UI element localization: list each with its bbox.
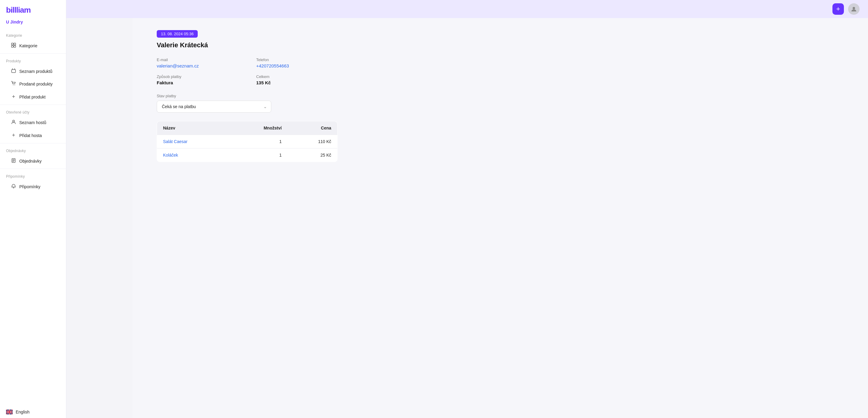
col-header-quantity: Množství [229, 121, 288, 135]
row-price-0: 110 Kč [288, 135, 338, 149]
uk-flag-icon [6, 410, 13, 414]
divider-4 [0, 169, 66, 169]
payment-status-section: Stav platby Čeká se na platbu Zaplaceno … [157, 94, 271, 112]
sidebar-item-seznam-hostu[interactable]: Seznam hostů [2, 117, 64, 129]
grid-icon [11, 43, 16, 49]
sidebar-item-label-pridat-hosta: Přidat hosta [19, 133, 42, 138]
email-field: E-mail valerian@seznam.cz [157, 58, 238, 68]
sidebar-item-pridat-hosta[interactable]: + Přidat hosta [2, 129, 64, 141]
sidebar-item-label-objednavky: Objednávky [19, 159, 41, 163]
shop-name: U Jindry [0, 19, 66, 29]
total-value: 135 Kč [256, 80, 338, 85]
total-label: Celkem [256, 74, 338, 79]
payment-method-value: Faktura [157, 80, 238, 85]
main-content: 13. 08. 2024 05:36 Valerie Krátecká E-ma… [133, 18, 868, 418]
svg-point-5 [13, 85, 13, 85]
svg-rect-1 [14, 43, 16, 45]
sidebar-item-label-prodane-produkty: Prodané produkty [19, 82, 53, 87]
email-value[interactable]: valerian@seznam.cz [157, 63, 238, 68]
language-label: English [16, 410, 30, 414]
divider-2 [0, 104, 66, 105]
doc-icon [11, 158, 16, 164]
row-quantity-0: 1 [229, 135, 288, 149]
sidebar-item-seznam-produktu[interactable]: Seznam produktů [2, 65, 64, 77]
order-info-grid: E-mail valerian@seznam.cz Telefon +42072… [157, 58, 338, 85]
topbar: + [66, 0, 868, 18]
cart-icon [11, 81, 16, 87]
section-label-produkty: Produkty [0, 55, 66, 65]
total-field: Celkem 135 Kč [256, 74, 338, 85]
user-avatar[interactable] [848, 3, 860, 15]
payment-status-label: Stav platby [157, 94, 271, 98]
sidebar-item-pridat-produkt[interactable]: + Přidat produkt [2, 91, 64, 103]
col-header-price: Cena [288, 121, 338, 135]
svg-point-6 [14, 85, 15, 85]
table-header-row: Název Množství Cena [157, 121, 338, 135]
divider [0, 53, 66, 54]
table-row: Koláček 1 25 Kč [157, 149, 338, 162]
sidebar-logo: billliam [0, 0, 66, 19]
section-label-objednavky: Objednávky [0, 144, 66, 155]
svg-rect-2 [11, 45, 13, 47]
svg-rect-3 [14, 45, 16, 47]
col-header-name: Název [157, 121, 229, 135]
section-label-pripominky: Připomínky [0, 170, 66, 181]
table-row: Salát Caesar 1 110 Kč [157, 135, 338, 149]
sidebar-item-label-pridat-produkt: Přidat produkt [19, 95, 45, 99]
svg-rect-4 [12, 70, 16, 72]
plus-icon-hosta: + [11, 132, 16, 138]
sidebar-item-kategorie[interactable]: Kategorie [2, 40, 64, 52]
order-date-badge: 13. 08. 2024 05:36 [157, 30, 198, 38]
order-table: Název Množství Cena Salát Caesar 1 110 K… [157, 121, 338, 162]
section-label-otevrene: Otevřené účty [0, 106, 66, 116]
order-customer-name: Valerie Krátecká [157, 41, 844, 49]
divider-3 [0, 143, 66, 143]
row-quantity-1: 1 [229, 149, 288, 162]
payment-method-field: Způsob platby Faktura [157, 74, 238, 85]
row-price-1: 25 Kč [288, 149, 338, 162]
section-label-kategorie: Kategorie [0, 29, 66, 39]
svg-point-10 [852, 7, 855, 9]
plus-icon-produkt: + [11, 94, 16, 100]
sidebar-item-objednavky[interactable]: Objednávky [2, 155, 64, 167]
bag-icon [11, 68, 16, 74]
svg-rect-0 [11, 43, 13, 45]
sidebar-item-label-pripominky: Připomínky [19, 184, 40, 189]
avatar-icon [850, 5, 858, 13]
sidebar-item-label-seznam-hostu: Seznam hostů [19, 120, 46, 125]
add-button[interactable]: + [832, 3, 844, 15]
row-name-1[interactable]: Koláček [157, 149, 229, 162]
payment-method-label: Způsob platby [157, 74, 238, 79]
brand-logo: billliam [6, 5, 31, 14]
reminder-icon [11, 184, 16, 190]
sidebar-item-prodane-produkty[interactable]: Prodané produkty [2, 78, 64, 90]
sidebar: billliam U Jindry Kategorie Kategorie Pr… [0, 0, 66, 418]
language-selector[interactable]: English [0, 406, 66, 418]
person-icon [11, 120, 16, 126]
sidebar-item-label-kategorie: Kategorie [19, 43, 37, 48]
email-label: E-mail [157, 58, 238, 62]
plus-icon-topbar: + [836, 5, 840, 13]
phone-field: Telefon +420720554663 [256, 58, 338, 68]
svg-point-7 [13, 120, 14, 122]
sidebar-item-pripominky[interactable]: Připomínky [2, 181, 64, 193]
phone-value[interactable]: +420720554663 [256, 63, 338, 68]
payment-status-select-wrapper: Čeká se na platbu Zaplaceno Zrušeno ⌄ [157, 101, 271, 112]
sidebar-item-label-seznam-produktu: Seznam produktů [19, 69, 53, 74]
payment-status-select[interactable]: Čeká se na platbu Zaplaceno Zrušeno [157, 101, 271, 112]
row-name-0[interactable]: Salát Caesar [157, 135, 229, 149]
phone-label: Telefon [256, 58, 338, 62]
